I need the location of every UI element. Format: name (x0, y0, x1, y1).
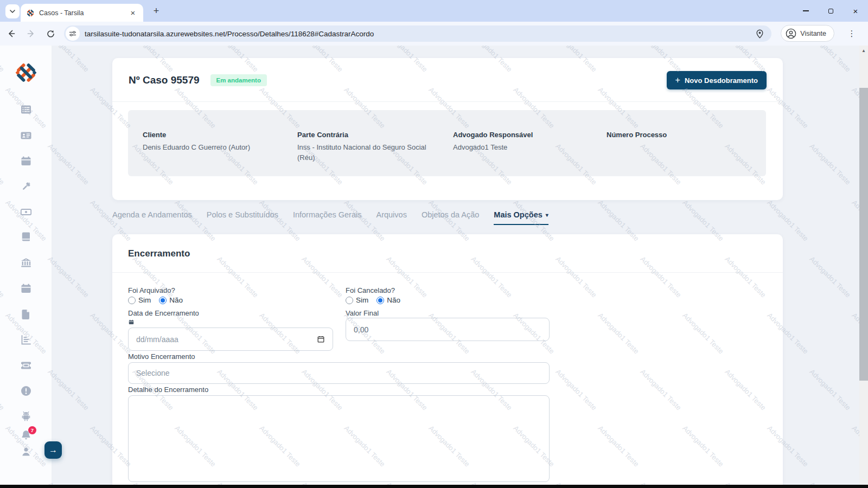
sidebar-item-contacts[interactable] (20, 129, 33, 142)
page-title: Nº Caso 95579 (129, 74, 200, 86)
new-tab-button[interactable]: + (150, 5, 163, 18)
encerramento-card: Encerramento Foi Arquivado? Sim Não Foi … (112, 234, 783, 485)
browser-tab[interactable]: Casos - Tarsila × (21, 4, 143, 22)
sidebar-item-profile[interactable] (20, 445, 33, 458)
info-advogado-responsavel: Advogado Responsável Advogado1 Teste (453, 131, 599, 152)
notification-badge: 7 (28, 426, 36, 434)
case-header-card: Nº Caso 95579 Em andamento + Novo Desdob… (112, 58, 783, 200)
status-badge: Em andamento (210, 74, 267, 86)
divider (112, 272, 783, 273)
chevron-down-icon (9, 8, 16, 15)
browser-menu-button[interactable]: ⋮ (845, 27, 858, 40)
info-parte-contraria: Parte Contrária Inss - Instituto Naciona… (297, 131, 444, 163)
sidebar-expand-button[interactable]: → (44, 441, 62, 459)
profile-button[interactable]: Visitante (781, 25, 834, 42)
scrollbar[interactable]: ▲ (859, 46, 868, 485)
sidebar-item-android-app[interactable] (20, 410, 33, 423)
detalhe-encerramento-textarea[interactable] (128, 395, 550, 482)
tab-objetos-da-acao[interactable]: Objetos da Ação (422, 210, 479, 225)
foi-arquivado-label: Foi Arquivado? (128, 286, 175, 294)
sidebar-item-cases-list[interactable] (20, 103, 33, 116)
sidebar-item-tickets[interactable] (20, 359, 33, 372)
back-button[interactable] (3, 25, 20, 42)
site-info-button[interactable] (66, 27, 80, 41)
foi-cancelado-label: Foi Cancelado? (346, 286, 395, 294)
sidebar-item-documents[interactable] (20, 308, 33, 321)
tab-agenda-e-andamentos[interactable]: Agenda e Andamentos (112, 210, 192, 225)
browser-titlebar: Casos - Tarsila × + × (0, 0, 868, 22)
motivo-encerramento-label: Motivo Encerramento (128, 352, 195, 361)
reload-icon (46, 29, 55, 38)
section-title: Encerramento (112, 234, 783, 259)
foi-arquivado-radio-sim[interactable] (128, 297, 136, 304)
sidebar-item-processes[interactable] (20, 180, 33, 193)
app-sidebar: 7 (0, 46, 52, 485)
divider (112, 101, 783, 102)
sidebar-item-agenda[interactable] (20, 155, 33, 168)
motivo-encerramento-select[interactable]: Selecione (128, 362, 550, 384)
tab-informacoes-gerais[interactable]: Informações Gerais (293, 210, 362, 225)
sidebar-item-reports[interactable] (20, 333, 33, 346)
forward-button[interactable] (23, 25, 39, 42)
tarsila-logo[interactable] (14, 61, 38, 85)
sidebar-item-financial[interactable] (20, 206, 33, 219)
valor-final-label: Valor Final (346, 309, 379, 317)
detalhe-encerramento-label: Detalhe do Encerramento (128, 386, 208, 394)
sidebar-item-court[interactable] (20, 256, 33, 269)
tune-icon (69, 30, 76, 37)
location-button[interactable] (756, 29, 764, 38)
novo-desdobramento-button[interactable]: + Novo Desdobramento (667, 71, 767, 89)
minimize-button[interactable] (793, 0, 818, 22)
tab-title: Casos - Tarsila (39, 9, 124, 17)
tarsila-favicon (26, 9, 35, 17)
sidebar-item-notifications[interactable]: 7 (20, 429, 33, 442)
foi-cancelado-options: Sim Não (346, 296, 406, 304)
data-encerramento-label: Data de Encerramento (128, 309, 199, 317)
close-button[interactable]: × (843, 0, 868, 22)
window-controls: × (793, 0, 868, 22)
tab-close-icon[interactable]: × (128, 8, 138, 18)
sidebar-item-alerts[interactable] (20, 384, 33, 397)
sidebar-item-calendar[interactable] (20, 282, 33, 295)
tab-polos-e-substituidos[interactable]: Polos e Substituídos (207, 210, 278, 225)
forward-arrow-icon (26, 29, 36, 38)
date-picker-icon[interactable] (317, 335, 325, 343)
foi-cancelado-radio-sim[interactable] (346, 297, 353, 304)
scrollbar-thumb[interactable] (859, 88, 868, 381)
case-tabs: Agenda e Andamentos Polos e Substituídos… (112, 210, 548, 225)
url-text[interactable]: tarsilasuite-tudonatarsila.azurewebsites… (85, 30, 756, 38)
taskbar-edge (0, 485, 868, 488)
valor-final-value: 0,00 (354, 325, 368, 334)
tab-search-button[interactable] (5, 4, 20, 18)
url-bar[interactable]: tarsilasuite-tudonatarsila.azurewebsites… (64, 25, 771, 42)
profile-avatar-icon (786, 28, 796, 39)
foi-arquivado-options: Sim Não (128, 296, 188, 304)
tab-mais-opcoes[interactable]: Mais Opções ▾ (494, 210, 548, 225)
reload-button[interactable] (42, 25, 59, 42)
minimize-icon (803, 10, 809, 11)
foi-arquivado-radio-nao[interactable] (159, 297, 167, 304)
data-encerramento-field[interactable] (128, 328, 333, 351)
scroll-up-icon[interactable]: ▲ (859, 46, 868, 54)
calendar-icon (128, 319, 135, 325)
location-pin-icon (756, 29, 764, 38)
case-info-strip: Cliente Denis Eduardo C Guerrero (Autor)… (128, 110, 766, 176)
browser-toolbar: tarsilasuite-tudonatarsila.azurewebsites… (0, 22, 868, 46)
caret-down-icon: ▾ (546, 212, 548, 218)
sidebar-item-library[interactable] (20, 230, 33, 243)
restore-button[interactable] (818, 0, 843, 22)
profile-label: Visitante (800, 30, 826, 37)
data-encerramento-input[interactable] (136, 335, 317, 344)
restore-icon (828, 9, 833, 14)
tab-arquivos[interactable]: Arquivos (376, 210, 406, 225)
info-cliente: Cliente Denis Eduardo C Guerrero (Autor) (143, 131, 289, 152)
back-arrow-icon (7, 29, 16, 38)
plus-icon: + (675, 75, 680, 85)
page-content: 7 → Nº Caso 95579 Em andamento + Novo De… (0, 46, 868, 485)
foi-cancelado-radio-nao[interactable] (376, 297, 384, 304)
info-numero-processo: Número Processo (607, 131, 753, 142)
valor-final-field[interactable]: 0,00 (346, 318, 550, 341)
